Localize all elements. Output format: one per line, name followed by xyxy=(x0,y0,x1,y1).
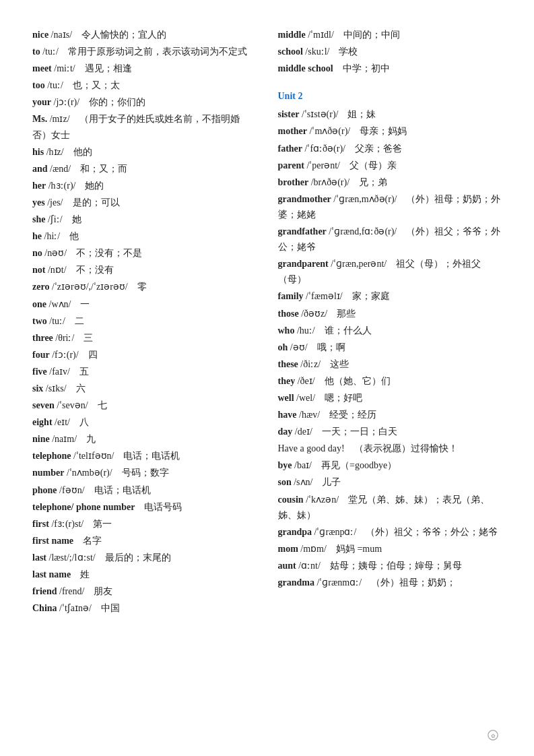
list-item: last /læst/;/lɑːst/ 最后的；末尾的 xyxy=(32,550,257,565)
list-item: bye /baɪ/ 再见（=goodbye） xyxy=(278,458,502,473)
list-item: her /hɜː(r)/ 她的 xyxy=(32,178,257,193)
list-item: well /wel/ 嗯；好吧 xyxy=(278,390,502,406)
list-item: cousin /ˈkʌzən/ 堂兄（弟、姊、妹）；表兄（弟、姊、妹） xyxy=(278,492,502,523)
list-item: Ms. /mɪz/ （用于女子的姓氏或姓名前，不指明婚否）女士 xyxy=(32,111,257,142)
page: nice /naɪs/ 令人愉快的；宜人的to /tuː/ 常用于原形动词之前，… xyxy=(0,0,534,756)
list-item: first name 名字 xyxy=(32,533,257,548)
list-item: middle /ˈmɪdl/ 中间的；中间 xyxy=(278,27,502,42)
list-item: nine /naɪm/ 九 xyxy=(32,431,257,447)
list-item: middle school 中学；初中 xyxy=(278,61,502,76)
left-column: nice /naɪs/ 令人愉快的；宜人的to /tuː/ 常用于原形动词之前，… xyxy=(32,27,257,617)
list-item: aunt /ɑːnt/ 姑母；姨母；伯母；婶母；舅母 xyxy=(278,558,502,573)
list-item: two /tuː/ 二 xyxy=(32,313,257,329)
list-item: and /ænd/ 和；又；而 xyxy=(32,161,257,177)
list-item: four /fɔː(r)/ 四 xyxy=(32,347,257,363)
list-item: not /nɒt/ 不；没有 xyxy=(32,262,257,278)
list-item: sister /ˈsɪstə(r)/ 姐；妹 xyxy=(278,106,502,122)
list-item: son /sʌn/ 儿子 xyxy=(278,474,502,490)
list-item: six /sɪks/ 六 xyxy=(32,381,257,396)
list-item: too /tuː/ 也；又；太 xyxy=(32,77,257,93)
list-item: have /hæv/ 经受；经历 xyxy=(278,407,502,422)
list-item: brother /brʌðə(r)/ 兄；弟 xyxy=(278,175,502,190)
list-item: five /faɪv/ 五 xyxy=(32,364,257,379)
list-item: those /ðəʊz/ 那些 xyxy=(278,306,502,321)
list-item: day /deɪ/ 一天；一日；白天 xyxy=(278,424,502,439)
footer-logo: ✿ xyxy=(487,729,502,741)
list-item: she /ʃiː/ 她 xyxy=(32,212,257,227)
unit2-title: Unit 2 xyxy=(278,88,502,104)
list-item: grandma /ˈɡrænmɑː/ （外）祖母；奶奶； xyxy=(278,575,502,590)
list-item: grandfather /ˈɡrænd,fɑːðə(r)/ （外）祖父；爷爷；外… xyxy=(278,224,502,255)
list-item: he /hiː/ 他 xyxy=(32,228,257,244)
list-item: last name 姓 xyxy=(32,567,257,582)
list-item: telephone /ˈtelɪfəʊn/ 电话；电话机 xyxy=(32,448,257,464)
list-item: nice /naɪs/ 令人愉快的；宜人的 xyxy=(32,27,257,42)
list-item: grandmother /ˈɡræn,mʌðə(r)/ （外）祖母；奶奶；外婆；… xyxy=(278,191,502,222)
list-item: three /θriː/ 三 xyxy=(32,330,257,346)
list-item: seven /ˈsevən/ 七 xyxy=(32,398,257,413)
list-item: they /ðeɪ/ 他（她、它）们 xyxy=(278,373,502,389)
list-item: first /fɜː(r)st/ 第一 xyxy=(32,516,257,532)
list-item: your /jɔː(r)/ 你的；你们的 xyxy=(32,94,257,110)
list-item: who /huː/ 谁；什么人 xyxy=(278,323,502,338)
list-item: eight /eɪt/ 八 xyxy=(32,414,257,430)
list-item: meet /miːt/ 遇见；相逢 xyxy=(32,61,257,76)
list-item: mom /mɒm/ 妈妈 =mum xyxy=(278,541,502,557)
list-item: zero /ˈzɪərəʊ/,/ˈzɪərəʊ/ 零 xyxy=(32,279,257,294)
list-item: telephone/ phone number 电话号码 xyxy=(32,499,257,515)
list-item: oh /əʊ/ 哦；啊 xyxy=(278,340,502,355)
list-item: to /tuː/ 常用于原形动词之前，表示该动词为不定式 xyxy=(32,44,257,59)
list-item: mother /ˈmʌðə(r)/ 母亲；妈妈 xyxy=(278,123,502,139)
list-item: yes /jes/ 是的；可以 xyxy=(32,195,257,210)
list-item: grandparent /ˈɡræn,perənt/ 祖父（母）；外祖父（母） xyxy=(278,256,502,287)
list-item: phone /fəʊn/ 电话；电话机 xyxy=(32,482,257,498)
list-item: grandpa /ˈɡrænpɑː/ （外）祖父；爷爷；外公；姥爷 xyxy=(278,524,502,540)
list-item: Have a good day! （表示祝愿）过得愉快！ xyxy=(278,441,502,456)
right-column: middle /ˈmɪdl/ 中间的；中间school /skuːl/ 学校mi… xyxy=(278,27,502,617)
list-item: one /wʌn/ 一 xyxy=(32,296,257,312)
list-item: number /ˈnʌmbə(r)/ 号码；数字 xyxy=(32,465,257,480)
content-columns: nice /naɪs/ 令人愉快的；宜人的to /tuː/ 常用于原形动词之前，… xyxy=(32,27,502,617)
list-item: parent /ˈperənt/ 父（母）亲 xyxy=(278,158,502,173)
svg-text:✿: ✿ xyxy=(491,733,496,739)
list-item: no /nəʊ/ 不；没有；不是 xyxy=(32,245,257,261)
list-item: school /skuːl/ 学校 xyxy=(278,44,502,59)
list-item: friend /frend/ 朋友 xyxy=(32,584,257,599)
list-item: family /ˈfæməlɪ/ 家；家庭 xyxy=(278,288,502,304)
list-item: China /ˈtʃaɪnə/ 中国 xyxy=(32,600,257,616)
list-item: father /ˈfɑːðə(r)/ 父亲；爸爸 xyxy=(278,141,502,156)
list-item: these /ðiːz/ 这些 xyxy=(278,356,502,372)
list-item: his /hɪz/ 他的 xyxy=(32,144,257,160)
logo-icon: ✿ xyxy=(487,729,499,741)
